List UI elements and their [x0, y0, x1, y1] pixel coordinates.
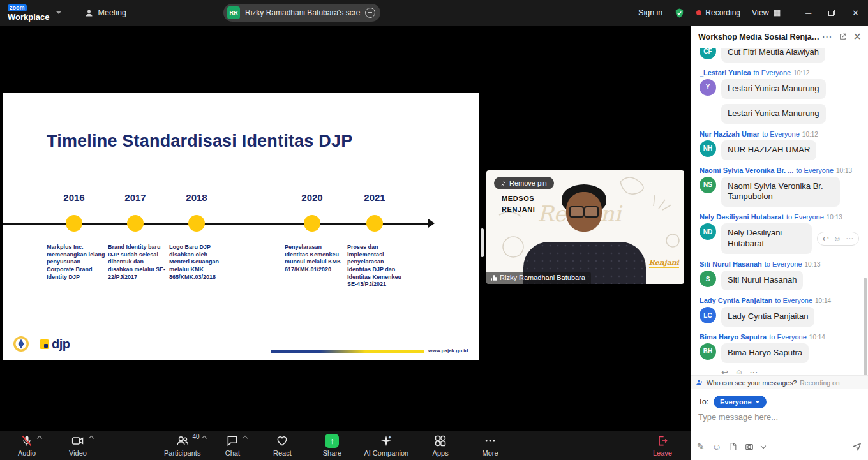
chat-scrollbar[interactable] [864, 278, 867, 387]
video-button[interactable]: Video [60, 431, 96, 460]
emoji-react-icon[interactable]: ☺ [834, 234, 841, 243]
pinned-video-tile[interactable]: Renjani MEDSOS RENJANI Remove pin Rizky … [486, 170, 684, 284]
participants-options-chevron-icon[interactable] [201, 436, 206, 441]
participant-name-tag: Rizky Ramadhani Batubara [486, 272, 591, 284]
avatar: LC [700, 307, 716, 323]
tab-meeting[interactable]: Meeting [84, 8, 126, 18]
screenshot-icon[interactable] [745, 442, 754, 451]
message-bubble[interactable]: Naomi Sylvia Veronika Br. Tampubolon [721, 177, 840, 207]
pop-out-icon[interactable] [839, 33, 847, 41]
chat-message: Bima Haryo Saputra to Everyone 10:14 BH … [691, 333, 868, 374]
leave-icon [656, 434, 669, 447]
ai-companion-button[interactable]: AI Companion [364, 431, 408, 460]
more-tools-chevron-icon[interactable] [761, 443, 766, 448]
apps-button[interactable]: Apps [423, 431, 458, 460]
zoom-meeting-window: zoom Workplace Meeting RR Rizky Ramadhan… [0, 0, 868, 460]
timeline-year: 2017 [105, 192, 166, 203]
chat-message: Lestari Yunica Manurung [691, 103, 868, 124]
minimize-button[interactable]: ─ [805, 8, 811, 18]
djp-logo: djp [40, 337, 70, 352]
chat-more-button[interactable]: ⋯ [822, 31, 832, 43]
chat-message: Naomi Sylvia Veronika Br. ... to Everyon… [691, 167, 868, 208]
timeline-dot [66, 215, 82, 232]
timeline-dot [188, 215, 205, 232]
view-button[interactable]: View [752, 8, 781, 17]
audio-button[interactable]: Audio [9, 431, 45, 460]
attach-file-icon[interactable] [729, 442, 737, 451]
timeline-dot [304, 215, 320, 232]
message-header: Siti Nurul Hasanah to Everyone 10:13 [700, 260, 860, 268]
emoji-react-icon[interactable]: ☺ [735, 367, 743, 374]
remove-pin-button[interactable]: Remove pin [494, 177, 554, 189]
send-icon[interactable] [853, 442, 862, 451]
close-button[interactable]: ✕ [852, 8, 859, 18]
more-dots-icon [484, 434, 497, 447]
participants-count-badge: 40 [193, 433, 200, 440]
message-bubble[interactable]: Lady Cyntia Panjaitan [721, 307, 814, 327]
collapse-pill-icon[interactable] [365, 8, 375, 18]
shared-screen-scrollbar[interactable] [481, 228, 484, 257]
chat-panel: Workshop Media Sosial Renjani S... ⋯ ✕ C… [691, 26, 868, 460]
timeline-year: 2020 [281, 192, 343, 203]
chat-toolbar: ✎ ☺ [697, 441, 862, 452]
avatar: NH [700, 140, 716, 157]
message-bubble[interactable]: Siti Nurul Hasanah [721, 271, 803, 290]
recipient-selector[interactable]: Everyone [714, 396, 767, 408]
timeline-dot [366, 215, 383, 232]
sharer-name: Rizky Ramadhani Batubara's scre [245, 8, 360, 17]
chat-button[interactable]: Chat [214, 431, 250, 460]
reply-icon[interactable]: ↩ [823, 234, 829, 243]
message-more-icon[interactable]: ⋯ [846, 234, 853, 243]
workspace-menu-chevron-icon[interactable] [56, 11, 61, 14]
shared-screen-stage: Timeline Standardisasi Identitas DJP 201… [0, 26, 691, 431]
message-bubble[interactable]: Cut Fitri Meutia Alawiyah [721, 48, 825, 63]
slide-footer-url: www.pajak.go.id [428, 348, 468, 353]
emoji-picker-icon[interactable]: ☺ [712, 441, 721, 452]
chat-message-list[interactable]: CF Cut Fitri Meutia Alawiyah _Lestari Yu… [691, 48, 868, 374]
restore-button[interactable] [828, 9, 835, 17]
react-button[interactable]: React [264, 431, 300, 460]
message-bubble[interactable]: Lestari Yunica Manurung [721, 104, 826, 124]
chat-message: CF Cut Fitri Meutia Alawiyah [691, 48, 868, 63]
timeline-description: Markplus Inc. memenangkan lelang penyusu… [47, 244, 107, 281]
recording-dot-icon [696, 10, 701, 15]
more-button[interactable]: More [472, 431, 508, 460]
timeline-dot [127, 215, 144, 232]
chat-message-input[interactable] [698, 412, 858, 422]
security-shield-icon[interactable] [674, 8, 685, 19]
message-header: Nur Hazizah Umar to Everyone 10:12 [700, 130, 860, 138]
avatar: S [700, 271, 716, 287]
message-bubble[interactable]: Bima Haryo Saputra [721, 343, 809, 363]
heart-icon [276, 434, 288, 447]
message-more-icon[interactable]: ⋯ [749, 367, 758, 374]
participants-button[interactable]: 40 Participants [164, 431, 200, 460]
chat-title: Workshop Media Sosial Renjani S... [698, 33, 822, 41]
microphone-muted-icon [20, 434, 33, 447]
message-bubble[interactable]: NUR HAZIZAH UMAR [721, 140, 816, 160]
timeline-description: Penyelarasan Identitas Kemenkeu muncul m… [285, 244, 345, 274]
sign-in-button[interactable]: Sign in [638, 8, 662, 17]
recording-indicator[interactable]: Recording [696, 8, 740, 17]
message-header: Bima Haryo Saputra to Everyone 10:14 [700, 333, 860, 341]
reply-icon[interactable]: ↩ [721, 367, 728, 374]
chat-close-button[interactable]: ✕ [853, 31, 862, 43]
avatar: BH [700, 343, 716, 360]
titlebar: zoom Workplace Meeting RR Rizky Ramadhan… [0, 0, 868, 26]
timeline-description: Brand Identity baru DJP sudah selesai di… [108, 244, 168, 281]
shared-screen-pill[interactable]: RR Rizky Ramadhani Batubara's scre [223, 4, 380, 22]
message-hover-actions: ↩ ☺ ⋯ [817, 232, 859, 246]
chat-options-chevron-icon[interactable] [243, 436, 248, 441]
message-bubble[interactable]: Lestari Yunica Manurung [721, 79, 826, 99]
leave-button[interactable]: Leave [645, 431, 680, 460]
audio-options-chevron-icon[interactable] [37, 436, 42, 441]
privacy-person-icon [696, 379, 703, 387]
message-bubble[interactable]: Nely Desiliyani Hutabarat [721, 223, 812, 254]
format-text-icon[interactable]: ✎ [697, 441, 705, 452]
share-button[interactable]: ↑ Share [314, 431, 350, 460]
camera-icon [71, 434, 85, 447]
kemenkeu-logo [13, 336, 29, 352]
timeline-year: 2018 [166, 192, 227, 203]
timeline-year: 2016 [43, 192, 105, 203]
video-options-chevron-icon[interactable] [89, 436, 94, 441]
sharer-initials-badge: RR [227, 6, 240, 19]
